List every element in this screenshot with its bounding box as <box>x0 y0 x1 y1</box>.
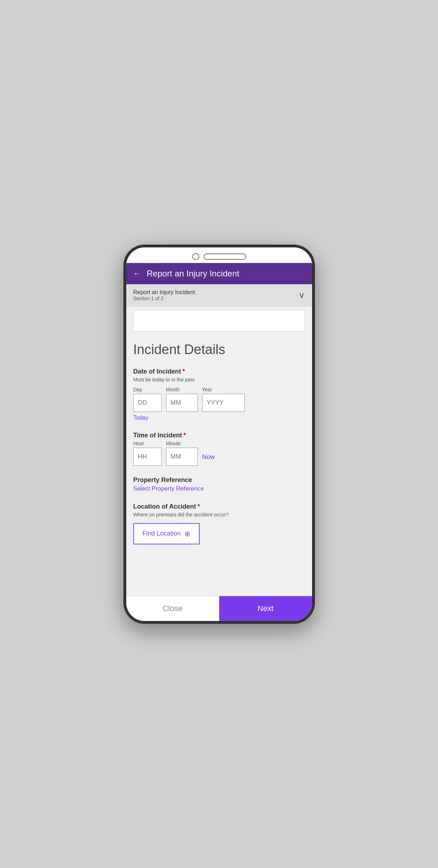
back-button[interactable]: ← <box>133 269 141 278</box>
date-row: Day Month Year <box>133 387 305 412</box>
phone-frame: ← Report an Injury Incident Report an In… <box>123 245 315 624</box>
section-bar-subtitle: Section 1 of 2 <box>133 296 195 301</box>
property-reference-label: Property Reference <box>133 476 305 484</box>
top-input-box[interactable] <box>133 310 305 331</box>
hour-label: Hour <box>133 441 162 446</box>
date-of-incident-label: Date of Incident* <box>133 368 305 375</box>
camera-icon <box>192 253 199 260</box>
day-column: Day <box>133 387 162 412</box>
month-label: Month <box>166 387 198 392</box>
location-crosshair-icon: ⊕ <box>184 530 190 538</box>
next-button[interactable]: Next <box>219 596 312 621</box>
day-input[interactable] <box>133 394 162 412</box>
select-property-link[interactable]: Select Property Reference <box>133 485 204 492</box>
time-of-incident-label: Time of Incident* <box>133 432 305 439</box>
speaker-icon <box>204 253 246 260</box>
now-link[interactable]: Now <box>202 453 215 466</box>
month-column: Month <box>166 387 198 412</box>
find-location-label: Find Location <box>143 530 181 537</box>
location-required-star: * <box>198 503 200 510</box>
section-heading: Incident Details <box>133 342 305 357</box>
chevron-down-icon[interactable]: ∨ <box>299 290 305 300</box>
phone-notch <box>126 247 312 263</box>
find-location-button[interactable]: Find Location ⊕ <box>133 523 200 544</box>
location-of-accident-group: Location of Accident* Where on premises … <box>133 503 305 544</box>
month-input[interactable] <box>166 394 198 412</box>
time-of-incident-group: Time of Incident* Hour Minute Now <box>133 432 305 466</box>
minute-input[interactable] <box>166 448 198 466</box>
section-bar[interactable]: Report an Injury Incident Section 1 of 2… <box>126 284 312 307</box>
today-link[interactable]: Today <box>133 415 149 421</box>
form-body: Incident Details Date of Incident* Must … <box>126 331 312 562</box>
year-column: Year <box>202 387 245 412</box>
year-label: Year <box>202 387 245 392</box>
content-area: Incident Details Date of Incident* Must … <box>126 307 312 596</box>
header-title: Report an Injury Incident <box>147 269 239 279</box>
header: ← Report an Injury Incident <box>126 263 312 284</box>
minute-label: Minute <box>166 441 198 446</box>
section-info: Report an Injury Incident Section 1 of 2 <box>133 289 195 301</box>
section-bar-title: Report an Injury Incident <box>133 289 195 296</box>
time-row: Hour Minute Now <box>133 441 305 466</box>
minute-column: Minute <box>166 441 198 466</box>
location-of-accident-label: Location of Accident* <box>133 503 305 510</box>
hour-column: Hour <box>133 441 162 466</box>
close-button[interactable]: Close <box>126 596 219 621</box>
day-label: Day <box>133 387 162 392</box>
year-input[interactable] <box>202 394 245 412</box>
bottom-bar: Close Next <box>126 596 312 621</box>
time-required-star: * <box>183 432 186 439</box>
required-star: * <box>183 368 185 375</box>
date-of-incident-group: Date of Incident* Must be today or in th… <box>133 368 305 421</box>
property-reference-group: Property Reference Select Property Refer… <box>133 476 305 492</box>
hour-input[interactable] <box>133 448 162 466</box>
location-hint: Where on premises did the accident occur… <box>133 512 305 517</box>
date-hint: Must be today or in the past <box>133 377 305 382</box>
